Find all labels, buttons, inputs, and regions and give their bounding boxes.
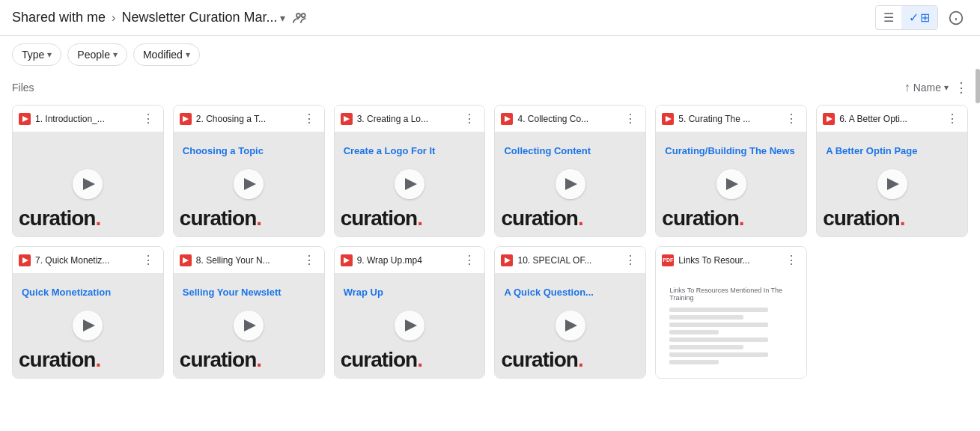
header-actions: ☰ ✓ ⊞ — [875, 5, 968, 30]
card-overlay-title: Create a Logo For It — [344, 145, 476, 156]
card-more-button[interactable]: ⋮ — [139, 110, 157, 127]
list-view-button[interactable]: ☰ — [876, 6, 901, 29]
card-more-button[interactable]: ⋮ — [300, 110, 318, 127]
scrollbar-thumb — [976, 69, 980, 103]
filter-bar: Type ▾ People ▾ Modified ▾ — [0, 36, 980, 73]
mp4-icon — [341, 113, 353, 125]
card-title: Links To Resour... — [678, 255, 782, 266]
people-filter-label: People — [77, 49, 110, 61]
people-filter[interactable]: People ▾ — [67, 43, 127, 66]
files-controls: ↑ Name ▾ ⋮ — [904, 79, 968, 96]
card-title-row: PDF Links To Resour... — [662, 254, 782, 266]
thumb-text: curation. — [19, 207, 100, 230]
card-title-row: 1. Introduction_... — [19, 113, 139, 125]
modified-filter[interactable]: Modified ▾ — [133, 43, 200, 66]
scrollbar[interactable] — [976, 0, 980, 391]
breadcrumb-folder-name[interactable]: Newsletter Curation Mar... — [121, 10, 277, 25]
card-header: 10. SPECIAL OF... ⋮ — [495, 247, 645, 273]
card-thumbnail: curation. Quick Monetization — [13, 273, 163, 378]
play-button[interactable] — [556, 311, 585, 340]
files-more-button[interactable]: ⋮ — [955, 79, 968, 96]
play-button[interactable] — [877, 169, 907, 199]
card-thumbnail: curation. Create a Logo For It — [335, 132, 485, 236]
card-title-row: 4. Collecting Co... — [501, 113, 621, 125]
breadcrumb-dropdown-icon[interactable]: ▾ — [280, 12, 285, 24]
card-thumbnail: curation. Wrap Up — [335, 273, 485, 378]
file-card[interactable]: 8. Selling Your N... ⋮ curation. Selling… — [173, 246, 325, 379]
type-filter-label: Type — [22, 49, 44, 61]
file-card[interactable]: 10. SPECIAL OF... ⋮ curation. A Quick Qu… — [494, 246, 646, 379]
list-icon: ☰ — [883, 10, 894, 25]
file-card[interactable]: 2. Choosing a T... ⋮ curation. Choosing … — [173, 105, 325, 237]
file-card[interactable]: 4. Collecting Co... ⋮ curation. Collecti… — [494, 105, 646, 237]
file-card[interactable]: 5. Curating The ... ⋮ curation. Curating… — [655, 105, 807, 237]
info-button[interactable] — [944, 6, 968, 30]
check-icon: ✓ — [909, 10, 919, 25]
card-overlay-title: Quick Monetization — [22, 287, 154, 298]
card-title-row: 3. Creating a Lo... — [341, 113, 461, 125]
breadcrumb: Shared with me › Newsletter Curation Mar… — [12, 6, 312, 30]
card-title-row: 10. SPECIAL OF... — [501, 254, 621, 266]
card-thumbnail: curation. Choosing a Topic — [174, 132, 324, 236]
sort-button[interactable]: ↑ Name ▾ — [904, 81, 949, 94]
file-card[interactable]: PDF Links To Resour... ⋮ Links To Resour… — [655, 246, 807, 379]
card-more-button[interactable]: ⋮ — [460, 251, 478, 269]
sort-label: Name — [913, 82, 941, 94]
thumb-text: curation. — [501, 348, 582, 372]
card-more-button[interactable]: ⋮ — [460, 110, 478, 127]
card-header: PDF Links To Resour... ⋮ — [656, 247, 806, 273]
card-title: 3. Creating a Lo... — [357, 114, 461, 124]
card-title: 1. Introduction_... — [35, 114, 139, 124]
thumb-text: curation. — [501, 207, 582, 230]
card-more-button[interactable]: ⋮ — [621, 251, 639, 269]
mp4-icon — [19, 254, 31, 266]
card-more-button[interactable]: ⋮ — [782, 251, 800, 269]
sort-chevron-icon: ▾ — [944, 82, 949, 93]
card-more-button[interactable]: ⋮ — [139, 251, 157, 269]
file-card[interactable]: 3. Creating a Lo... ⋮ curation. Create a… — [334, 105, 486, 237]
file-card[interactable]: 6. A Better Opti... ⋮ curation. A Better… — [816, 105, 968, 237]
play-button[interactable] — [234, 169, 264, 199]
card-title: 9. Wrap Up.mp4 — [357, 255, 461, 266]
card-overlay-title: Selling Your Newslett — [183, 287, 315, 298]
play-icon — [887, 178, 899, 190]
play-button[interactable] — [395, 311, 424, 340]
card-more-button[interactable]: ⋮ — [300, 251, 318, 269]
card-more-button[interactable]: ⋮ — [943, 110, 961, 127]
play-icon — [405, 320, 417, 331]
pdf-icon: PDF — [662, 254, 674, 266]
card-title: 5. Curating The ... — [678, 114, 782, 124]
file-card[interactable]: 1. Introduction_... ⋮ curation. — [12, 105, 164, 237]
breadcrumb-shared-link[interactable]: Shared with me — [12, 10, 106, 25]
card-header: 7. Quick Monetiz... ⋮ — [13, 247, 163, 273]
play-button[interactable] — [716, 169, 746, 199]
card-title: 7. Quick Monetiz... — [35, 255, 139, 266]
breadcrumb-separator: › — [112, 11, 115, 25]
card-overlay-title: Collecting Content — [504, 145, 636, 156]
card-header: 3. Creating a Lo... ⋮ — [335, 106, 485, 132]
svg-point-0 — [296, 13, 300, 17]
card-overlay-title: A Better Optin Page — [826, 145, 958, 156]
type-chevron-icon: ▾ — [47, 49, 52, 60]
card-more-button[interactable]: ⋮ — [621, 110, 639, 127]
view-toggle: ☰ ✓ ⊞ — [875, 5, 938, 30]
file-card[interactable]: 7. Quick Monetiz... ⋮ curation. Quick Mo… — [12, 246, 164, 379]
manage-members-button[interactable] — [288, 6, 312, 30]
grid-view-button[interactable]: ✓ ⊞ — [901, 6, 937, 29]
mp4-icon — [180, 254, 192, 266]
card-thumbnail: curation. Selling Your Newslett — [174, 273, 324, 378]
play-button[interactable] — [556, 169, 585, 199]
play-icon — [83, 320, 95, 331]
type-filter[interactable]: Type ▾ — [12, 43, 61, 66]
play-icon — [405, 178, 417, 190]
breadcrumb-current-folder: Newsletter Curation Mar... ▾ — [121, 10, 285, 25]
files-section: Files ↑ Name ▾ ⋮ 1. Introduction_... ⋮ c… — [0, 73, 980, 391]
file-card[interactable]: 9. Wrap Up.mp4 ⋮ curation. Wrap Up — [334, 246, 486, 379]
card-thumbnail: curation. A Quick Question... — [495, 273, 645, 378]
thumb-text: curation. — [662, 207, 743, 230]
thumb-text: curation. — [341, 348, 422, 372]
card-more-button[interactable]: ⋮ — [782, 110, 800, 127]
play-button[interactable] — [395, 169, 424, 199]
card-title: 8. Selling Your N... — [196, 255, 300, 266]
play-button[interactable] — [234, 311, 264, 340]
